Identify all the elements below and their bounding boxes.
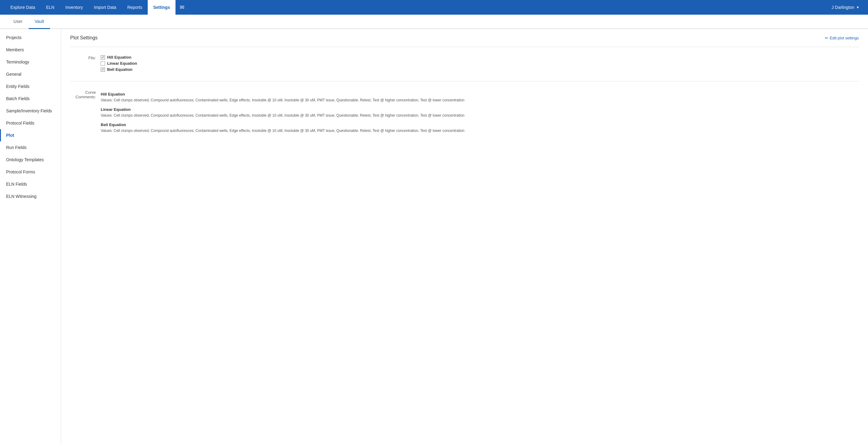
sidebar-item-sample-inventory-fields[interactable]: Sample/Inventory Fields (0, 105, 61, 117)
nav-eln[interactable]: ELN (40, 0, 60, 14)
nav-import-data[interactable]: Import Data (89, 0, 122, 14)
sidebar-item-ontology-templates[interactable]: Ontology Templates (0, 154, 61, 166)
sidebar-item-eln-fields[interactable]: ELN Fields (0, 178, 61, 190)
curve-bell-values: Values: Cell clumps observed, Compound a… (101, 128, 859, 133)
sidebar-item-projects[interactable]: Projects (0, 31, 61, 44)
fits-linear-equation-row: Linear Equation (101, 61, 859, 66)
nav-items: Explore Data ELN Inventory Import Data R… (5, 0, 828, 14)
fits-hill-equation-checkbox[interactable] (101, 55, 105, 60)
fits-bell-equation-row: Bell Equation (101, 67, 859, 72)
nav-settings[interactable]: Settings (148, 0, 176, 14)
fits-hill-equation-label: Hill Equation (107, 55, 131, 60)
top-nav: Explore Data ELN Inventory Import Data R… (0, 0, 868, 14)
curve-linear-values: Values: Cell clumps observed, Compound a… (101, 113, 859, 118)
nav-reports[interactable]: Reports (122, 0, 148, 14)
tab-vault[interactable]: Vault (29, 14, 50, 29)
sidebar-item-terminology[interactable]: Terminology (0, 56, 61, 68)
curve-comments-content: Hill Equation Values: Cell clumps observ… (101, 92, 859, 138)
sidebar-item-protocol-fields[interactable]: Protocol Fields (0, 117, 61, 129)
fits-bell-equation-label: Bell Equation (107, 67, 132, 72)
curve-linear-title: Linear Equation (101, 107, 859, 112)
sub-tabs: User Vault (0, 14, 868, 29)
main-layout: Projects Members Terminology General Ent… (0, 29, 868, 445)
edit-label: Edit plot settings (830, 36, 859, 40)
user-menu[interactable]: J Darlington ▼ (828, 0, 863, 14)
fits-row: Fits: Hill Equation Linear Equation Bell… (70, 52, 859, 76)
curve-linear-block: Linear Equation Values: Cell clumps obse… (101, 107, 859, 118)
sidebar-item-plot[interactable]: Plot (0, 129, 61, 141)
sidebar-item-eln-witnessing[interactable]: ELN Witnessing (0, 190, 61, 203)
sidebar-item-members[interactable]: Members (0, 44, 61, 56)
sidebar-item-protocol-forms[interactable]: Protocol Forms (0, 166, 61, 178)
fits-label: Fits: (70, 55, 101, 60)
nav-explore-data[interactable]: Explore Data (5, 0, 40, 14)
curve-bell-block: Bell Equation Values: Cell clumps observ… (101, 122, 859, 133)
curve-comments-row: Curve Comments: Hill Equation Values: Ce… (70, 86, 859, 141)
user-menu-caret: ▼ (856, 5, 860, 9)
curve-hill-block: Hill Equation Values: Cell clumps observ… (101, 92, 859, 103)
nav-inventory[interactable]: Inventory (60, 0, 89, 14)
curve-hill-values: Values: Cell clumps observed, Compound a… (101, 97, 859, 103)
content-header: Plot Settings ✏ Edit plot settings (70, 35, 859, 40)
sidebar-item-general[interactable]: General (0, 68, 61, 80)
fits-hill-equation-row: Hill Equation (101, 55, 859, 60)
fits-content: Hill Equation Linear Equation Bell Equat… (101, 55, 859, 73)
content-area: Plot Settings ✏ Edit plot settings Fits:… (61, 29, 868, 445)
fits-bell-equation-checkbox[interactable] (101, 67, 105, 72)
sidebar-item-entity-fields[interactable]: Entity Fields (0, 80, 61, 92)
sidebar-item-run-fields[interactable]: Run Fields (0, 141, 61, 154)
page-title: Plot Settings (70, 35, 98, 40)
fits-linear-equation-label: Linear Equation (107, 61, 137, 66)
edit-icon: ✏ (825, 36, 828, 40)
mail-icon[interactable]: ✉ (176, 0, 189, 14)
sidebar-item-batch-fields[interactable]: Batch Fields (0, 92, 61, 105)
curve-hill-title: Hill Equation (101, 92, 859, 96)
curve-comments-label: Curve Comments: (70, 89, 101, 99)
curve-bell-title: Bell Equation (101, 122, 859, 127)
user-name: J Darlington (831, 5, 854, 10)
fits-linear-equation-checkbox[interactable] (101, 61, 105, 66)
tab-user[interactable]: User (7, 14, 29, 29)
edit-plot-settings-link[interactable]: ✏ Edit plot settings (825, 36, 859, 40)
sidebar: Projects Members Terminology General Ent… (0, 29, 61, 445)
middle-divider (70, 81, 859, 82)
